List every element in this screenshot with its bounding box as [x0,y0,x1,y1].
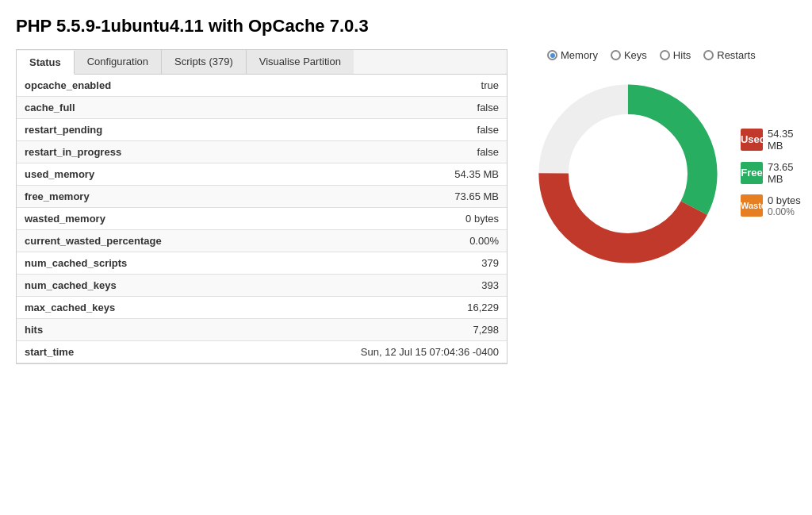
table-value: false [286,119,507,141]
table-key: free_memory [17,186,286,208]
chart-area: Used 54.35 MB Free 73.65 MB [531,71,807,277]
radio-memory-circle [547,50,557,60]
legend-free-values: 73.65 MB [768,161,807,185]
legend-wasted-pct: 0.00% [768,206,801,217]
radio-restarts-label: Restarts [717,49,755,61]
legend-used-value: 54.35 MB [768,128,807,152]
legend-free-value: 73.65 MB [768,161,807,185]
legend-used-values: 54.35 MB [768,128,807,152]
radio-memory[interactable]: Memory [547,49,598,61]
svg-point-3 [576,121,680,225]
radio-hits-label: Hits [673,49,691,61]
table-row: cache_fullfalse [17,97,507,119]
table-key: max_cached_keys [17,297,286,319]
radio-keys-label: Keys [624,49,647,61]
table-value: 393 [286,275,507,297]
table-row: current_wasted_percentage0.00% [17,230,507,252]
table-row: restart_in_progressfalse [17,141,507,163]
table-value: Sun, 12 Jul 15 07:04:36 -0400 [286,341,507,363]
chart-radio-group: Memory Keys Hits Restarts [547,49,756,61]
table-row: max_cached_keys16,229 [17,297,507,319]
table-key: restart_in_progress [17,141,286,163]
table-row: hits7,298 [17,319,507,341]
legend-wasted-row: Wasted 0 bytes 0.00% [741,194,807,217]
table-value: 379 [286,252,507,275]
donut-chart [531,71,725,277]
radio-hits[interactable]: Hits [660,49,691,61]
table-value: 7,298 [286,319,507,341]
table-key: opcache_enabled [17,75,286,97]
table-key: start_time [17,341,286,363]
radio-memory-label: Memory [561,49,598,61]
legend-free-color: Free [741,162,763,184]
table-key: hits [17,319,286,341]
table-row: wasted_memory0 bytes [17,208,507,230]
table-value: 16,229 [286,297,507,319]
tab-bar: Status Configuration Scripts (379) Visua… [16,49,508,74]
table-value: 54.35 MB [286,163,507,186]
table-row: restart_pendingfalse [17,119,507,141]
table-row: opcache_enabledtrue [17,75,507,97]
legend-used-row: Used 54.35 MB [741,128,807,152]
table-key: num_cached_scripts [17,252,286,275]
table-key: wasted_memory [17,208,286,230]
table-value: false [286,97,507,119]
table-row: free_memory73.65 MB [17,186,507,208]
legend-wasted-label: Wasted [741,194,763,217]
radio-hits-circle [660,50,670,60]
right-panel: Memory Keys Hits Restarts [523,49,807,277]
table-row: num_cached_scripts379 [17,252,507,275]
table-value: 73.65 MB [286,186,507,208]
tab-scripts[interactable]: Scripts (379) [162,50,247,74]
table-key: restart_pending [17,119,286,141]
left-panel: Status Configuration Scripts (379) Visua… [16,49,508,364]
chart-legend: Used 54.35 MB Free 73.65 MB [741,128,807,221]
main-layout: Status Configuration Scripts (379) Visua… [16,49,796,364]
radio-keys-circle [611,50,621,60]
legend-used-label: Used [741,129,763,151]
table-key: cache_full [17,97,286,119]
legend-free-row: Free 73.65 MB [741,161,807,185]
table-value: false [286,141,507,163]
status-table: opcache_enabledtruecache_fullfalserestar… [17,75,507,363]
table-value: true [286,75,507,97]
table-key: used_memory [17,163,286,186]
legend-used-color: Used [741,129,763,151]
legend-wasted-color: Wasted [741,194,763,217]
table-row: start_timeSun, 12 Jul 15 07:04:36 -0400 [17,341,507,363]
table-value: 0.00% [286,230,507,252]
legend-free-label: Free [741,162,763,184]
page-title: PHP 5.5.9-1ubuntu4.11 with OpCache 7.0.3 [16,16,796,37]
table-key: num_cached_keys [17,275,286,297]
table-key: current_wasted_percentage [17,230,286,252]
legend-wasted-value: 0 bytes [768,194,801,206]
radio-restarts-circle [703,50,714,60]
tab-configuration[interactable]: Configuration [75,50,162,74]
radio-keys[interactable]: Keys [611,49,647,61]
radio-restarts[interactable]: Restarts [703,49,755,61]
status-table-container: opcache_enabledtruecache_fullfalserestar… [16,74,508,364]
legend-wasted-values: 0 bytes 0.00% [768,194,801,217]
table-row: used_memory54.35 MB [17,163,507,186]
table-row: num_cached_keys393 [17,275,507,297]
table-value: 0 bytes [286,208,507,230]
tab-status[interactable]: Status [17,51,75,75]
tab-visualise[interactable]: Visualise Partition [247,50,354,74]
